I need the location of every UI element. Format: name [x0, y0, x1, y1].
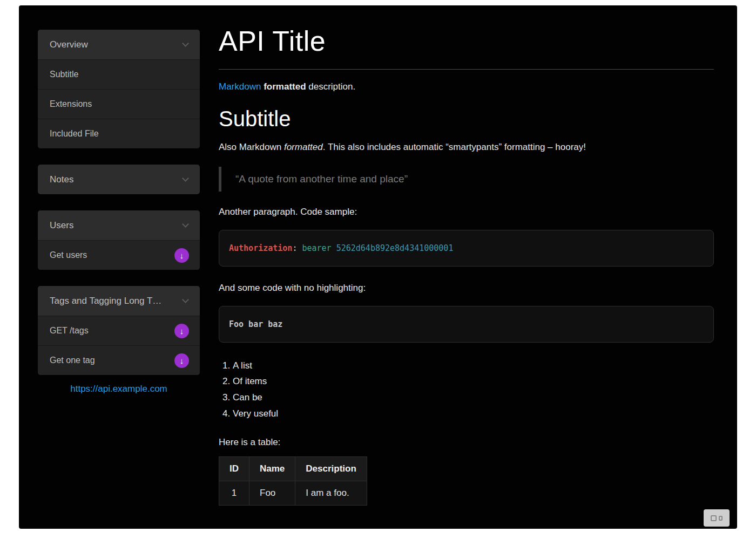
arrow-down-icon: ↓ [180, 251, 184, 260]
table-header-name: Name [249, 457, 295, 481]
arrow-down-icon: ↓ [180, 327, 184, 335]
arrow-down-icon: ↓ [180, 357, 184, 365]
nav-group-overview: Overview Subtitle Extensions Included Fi… [38, 30, 200, 148]
list-item: Of items [233, 373, 714, 390]
code-sample-intro: Another paragraph. Code sample: [219, 206, 714, 219]
nav-group-users: Users Get users ↓ [38, 210, 200, 270]
sidebar-item-extensions[interactable]: Extensions [38, 89, 200, 119]
sidebar-item-get-users[interactable]: Get users ↓ [38, 240, 200, 270]
table-intro: Here is a table: [219, 436, 714, 449]
page-title: API Title [219, 25, 714, 57]
description-bold: formatted [261, 81, 306, 92]
markdown-link[interactable]: Markdown [219, 81, 261, 92]
table-header-id: ID [219, 457, 249, 481]
code-token-value: 5262d64b892e8d4341000001 [336, 243, 454, 253]
sidebar: Overview Subtitle Extensions Included Fi… [38, 30, 200, 394]
description-paragraph: Markdown formatted description. [219, 80, 714, 94]
smartypants-paragraph: Also Markdown formatted. This also inclu… [219, 141, 714, 154]
ordered-list: A list Of items Can be Very useful [219, 358, 714, 422]
table-cell-description: I am a foo. [295, 481, 367, 506]
sidebar-item-overview[interactable]: Overview [38, 30, 200, 59]
table-row: 1 Foo I am a foo. [219, 481, 367, 506]
code-token-key: Authorization [229, 243, 292, 253]
sidebar-item-included-file[interactable]: Included File [38, 119, 200, 148]
nav-item-label: Extensions [50, 99, 92, 109]
sidebar-item-users[interactable]: Users [38, 210, 200, 240]
subtitle-heading: Subtitle [219, 107, 714, 131]
code-block-authorization: Authorization: bearer 5262d64b892e8d4341… [219, 230, 714, 267]
chevron-down-icon [182, 175, 189, 182]
table-cell-id: 1 [219, 481, 249, 506]
chevron-down-icon [182, 296, 189, 303]
nav-group-notes: Notes [38, 165, 200, 194]
data-table: ID Name Description 1 Foo I am a foo. [219, 456, 367, 506]
broken-image-placeholder [704, 509, 730, 527]
nav-group-label: Users [50, 220, 73, 231]
app-window: Overview Subtitle Extensions Included Fi… [19, 5, 737, 529]
table-header-row: ID Name Description [219, 457, 367, 481]
title-divider [219, 69, 714, 70]
sidebar-item-tags-and-tagging[interactable]: Tags and Tagging Long T… [38, 286, 200, 316]
quote-block: “A quote from another time and place” [219, 167, 714, 192]
table-cell-name: Foo [249, 481, 295, 506]
nav-group-label: Overview [50, 39, 88, 50]
plain-code-intro: And some code with no highlighting: [219, 282, 714, 295]
toggle-example-button[interactable]: ↓ [174, 248, 189, 263]
code-token-keyword: bearer [302, 243, 336, 253]
chevron-down-icon [182, 40, 189, 47]
sidebar-item-notes[interactable]: Notes [38, 165, 200, 194]
toggle-example-button[interactable]: ↓ [174, 324, 189, 338]
image-placeholder-icon [719, 516, 723, 521]
api-host-link[interactable]: https://api.example.com [38, 384, 200, 394]
list-item: Very useful [233, 406, 714, 422]
nav-item-label: Subtitle [50, 70, 78, 79]
paragraph-italic: formatted [284, 142, 323, 152]
nav-group-label: Notes [50, 174, 73, 185]
code-block-plain: Foo bar baz [219, 306, 714, 343]
code-token-separator: : [292, 243, 302, 253]
nav-group-label: Tags and Tagging Long T… [50, 296, 161, 306]
paragraph-post: . This also includes automatic “smartypa… [323, 142, 586, 152]
description-rest: description. [306, 81, 356, 92]
paragraph-pre: Also Markdown [219, 142, 284, 152]
chevron-down-icon [182, 221, 189, 228]
sidebar-item-get-tags[interactable]: GET /tags ↓ [38, 316, 200, 345]
nav-item-label: Get users [50, 250, 87, 260]
main-content: API Title Markdown formatted description… [219, 5, 714, 506]
nav-item-label: Included File [50, 129, 99, 139]
image-placeholder-icon [711, 515, 717, 521]
sidebar-item-get-one-tag[interactable]: Get one tag ↓ [38, 345, 200, 375]
sidebar-item-subtitle[interactable]: Subtitle [38, 59, 200, 89]
quote-text: “A quote from another time and place” [235, 173, 408, 185]
table-header-description: Description [295, 457, 367, 481]
toggle-example-button[interactable]: ↓ [174, 353, 189, 368]
list-item: A list [233, 358, 714, 374]
list-item: Can be [233, 390, 714, 406]
nav-item-label: GET /tags [50, 326, 89, 336]
nav-item-label: Get one tag [50, 356, 95, 365]
nav-group-tags: Tags and Tagging Long T… GET /tags ↓ Get… [38, 286, 200, 375]
